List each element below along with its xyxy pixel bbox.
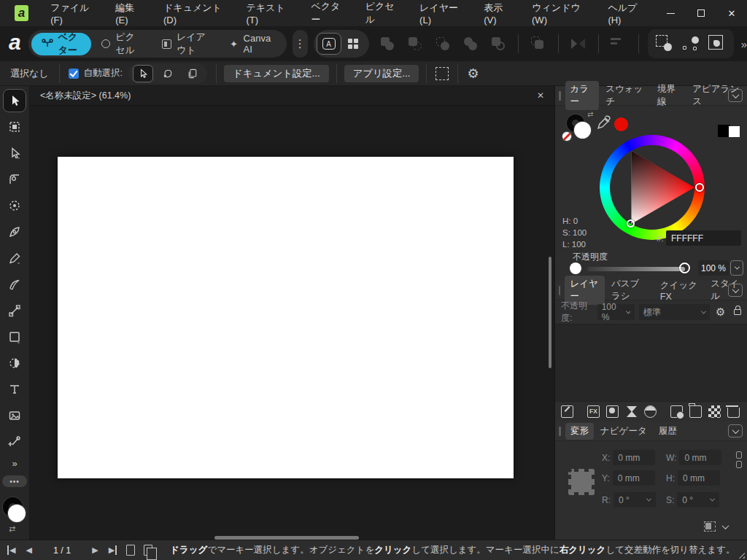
- layer-opacity-dropdown[interactable]: 100 %: [597, 304, 635, 320]
- menu-document[interactable]: ドキュメント(D): [153, 0, 236, 26]
- node-editor-tool[interactable]: [3, 430, 26, 454]
- link-dimensions-icon[interactable]: [736, 451, 743, 470]
- last-page-button[interactable]: ▶: [109, 545, 117, 555]
- selection-box-cycle-icon[interactable]: [655, 34, 674, 53]
- margins-grid-icon[interactable]: [436, 67, 449, 80]
- fill-color-well[interactable]: [574, 122, 591, 139]
- x-input[interactable]: 0 mm: [613, 450, 655, 465]
- tab-close-icon[interactable]: ✕: [534, 89, 547, 102]
- menu-view[interactable]: 表示(V): [473, 0, 522, 26]
- pencil-tool[interactable]: [3, 246, 26, 270]
- hex-input[interactable]: FFFFFF: [666, 230, 741, 246]
- mirror-icon[interactable]: [570, 36, 587, 52]
- select-cursor-icon[interactable]: [133, 65, 153, 82]
- opacity-dropdown-button[interactable]: [730, 260, 743, 276]
- menu-help[interactable]: ヘルプ(H): [597, 0, 655, 26]
- canvas-viewport[interactable]: [30, 106, 554, 540]
- menu-vector[interactable]: ベクター: [301, 0, 355, 26]
- panel-menu-button[interactable]: [728, 424, 743, 438]
- rectangle-tool[interactable]: [3, 325, 26, 349]
- toolbar-customize-button[interactable]: •••: [2, 475, 27, 487]
- blend-mode-dropdown[interactable]: 標準: [639, 304, 710, 320]
- panel-menu-button[interactable]: [728, 89, 743, 102]
- sl-triangle[interactable]: [600, 135, 705, 240]
- swap-colors-icon[interactable]: ⇄: [9, 524, 15, 534]
- arrange-order-icon[interactable]: [530, 36, 546, 52]
- menu-layer[interactable]: レイヤー(L): [409, 0, 473, 26]
- default-colors-swatch[interactable]: [718, 125, 741, 137]
- app-settings-button[interactable]: アプリ設定...: [344, 65, 419, 82]
- document-settings-button[interactable]: ドキュメント設定...: [224, 65, 329, 82]
- eyedropper-color-swatch[interactable]: [614, 117, 628, 131]
- white-swatch[interactable]: [729, 126, 740, 137]
- blend-options-gear-icon[interactable]: ⚙: [716, 306, 725, 319]
- transform-point-tool[interactable]: [3, 299, 26, 322]
- add-layer-icon[interactable]: [670, 405, 683, 418]
- menu-window[interactable]: ウィンドウ(W): [522, 0, 597, 26]
- next-page-button[interactable]: ▶: [92, 545, 98, 555]
- w-input[interactable]: 0 mm: [679, 450, 721, 465]
- toolbar-more-button[interactable]: ⋮: [293, 30, 308, 58]
- tab-transform[interactable]: 変形: [565, 423, 594, 440]
- select-duplicate-icon[interactable]: [182, 65, 203, 82]
- auto-select-checkbox[interactable]: [69, 69, 79, 79]
- maximize-button[interactable]: [686, 0, 716, 26]
- corner-tool[interactable]: [3, 168, 26, 191]
- persona-canva-ai-button[interactable]: ✦ Canva AI: [219, 33, 284, 55]
- panel-grip-icon[interactable]: [559, 427, 561, 436]
- fill-tool[interactable]: [3, 351, 26, 375]
- opacity-value[interactable]: 100 %: [698, 260, 729, 276]
- adjustment-layer-icon[interactable]: [625, 405, 638, 418]
- alignment-icon[interactable]: [611, 36, 627, 52]
- persona-layout-button[interactable]: レイアウト: [152, 33, 219, 55]
- select-object-icon[interactable]: [158, 65, 178, 82]
- artboard-tool[interactable]: [3, 115, 26, 139]
- menu-edit[interactable]: 編集(E): [105, 0, 153, 26]
- persona-pixel-button[interactable]: ピクセル: [91, 33, 152, 55]
- boolean-divide-icon[interactable]: [462, 36, 479, 52]
- minimize-button[interactable]: [655, 0, 686, 26]
- h-input[interactable]: 0 mm: [678, 470, 720, 486]
- menu-text[interactable]: テキスト(T): [236, 0, 301, 26]
- first-page-button[interactable]: ◀: [7, 545, 15, 555]
- boolean-intersect-icon[interactable]: [435, 36, 451, 52]
- tab-navigator[interactable]: ナビゲータ: [595, 423, 652, 440]
- boolean-subtract-icon[interactable]: [407, 36, 423, 52]
- vertical-scrollbar[interactable]: [549, 257, 551, 368]
- studio-grid-toggle[interactable]: [341, 33, 366, 55]
- panel-menu-button[interactable]: [728, 284, 743, 297]
- opacity-slider-handle[interactable]: [679, 262, 690, 273]
- transform-options-chevron-icon[interactable]: [722, 522, 729, 529]
- close-button[interactable]: ✕: [716, 0, 747, 26]
- y-input[interactable]: 0 mm: [613, 470, 655, 486]
- eyedropper-icon[interactable]: [596, 114, 612, 133]
- selection-bounds-icon[interactable]: [708, 34, 727, 53]
- opacity-slider[interactable]: [587, 267, 685, 271]
- transform-mode-icon[interactable]: [704, 521, 716, 532]
- menu-pixel[interactable]: ピクセル: [355, 0, 409, 26]
- show-nodes-icon[interactable]: [681, 34, 700, 53]
- rotation-dropdown[interactable]: 0 °: [614, 492, 656, 508]
- panel-grip-icon[interactable]: [559, 91, 561, 101]
- gear-icon[interactable]: ⚙: [467, 66, 479, 82]
- layers-list[interactable]: [555, 324, 747, 402]
- sl-selector[interactable]: [627, 219, 635, 228]
- anchor-point-selector[interactable]: [568, 469, 595, 495]
- shear-dropdown[interactable]: 0 °: [677, 492, 719, 508]
- previous-page-button[interactable]: ◀: [26, 545, 31, 555]
- swap-colors-icon[interactable]: ⇄: [587, 110, 593, 118]
- document-tab[interactable]: <名称未設定> (61.4%): [40, 90, 131, 102]
- node-tool[interactable]: [3, 141, 26, 165]
- mask-layer-icon[interactable]: [606, 405, 619, 418]
- character-panel-toggle[interactable]: A: [317, 33, 341, 55]
- delete-layer-icon[interactable]: [727, 408, 740, 418]
- stroke-fill-swatches[interactable]: ⇄: [2, 497, 27, 532]
- fill-swatch[interactable]: [8, 505, 26, 522]
- place-image-tool[interactable]: [3, 404, 26, 427]
- move-tool[interactable]: [3, 89, 26, 112]
- pen-tool[interactable]: [3, 220, 26, 244]
- point-transform-tool[interactable]: [3, 194, 26, 217]
- tab-quick-fx[interactable]: クイックFX: [655, 277, 704, 304]
- menu-file[interactable]: ファイル(F): [40, 0, 105, 26]
- hue-selector[interactable]: [695, 183, 704, 192]
